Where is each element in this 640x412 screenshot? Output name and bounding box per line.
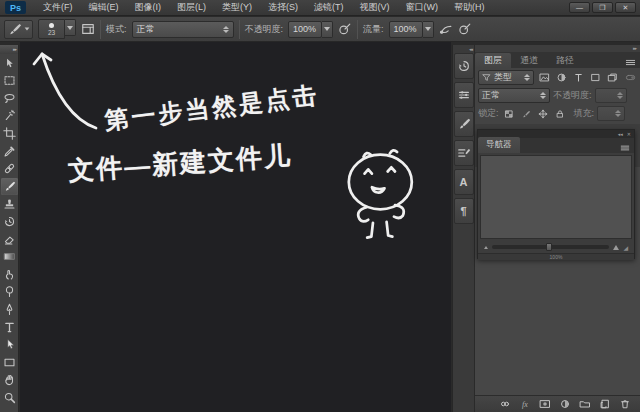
menu-window[interactable]: 窗口(W) — [398, 0, 447, 16]
tool-hand[interactable] — [1, 371, 18, 388]
airbrush-button[interactable] — [439, 23, 453, 36]
new-layer-button[interactable] — [598, 398, 612, 411]
filter-shape-layers-button[interactable] — [588, 71, 602, 84]
zoom-slider-thumb[interactable] — [546, 243, 552, 251]
select-arrows-icon — [613, 92, 623, 99]
tool-type[interactable] — [1, 319, 18, 336]
history-panel-button[interactable] — [454, 53, 474, 79]
opacity-dropdown[interactable] — [322, 21, 333, 38]
resize-grip-icon[interactable]: ◢ — [623, 244, 628, 251]
panel-collapse-handle[interactable]: ▸▸ — [475, 45, 640, 52]
flow-input[interactable]: 100% — [389, 21, 423, 38]
menu-layer[interactable]: 图层(L) — [169, 0, 214, 16]
tool-history-brush[interactable] — [1, 213, 18, 230]
tab-navigator[interactable]: 导航器 — [478, 137, 520, 153]
lock-image-pixels-button[interactable] — [519, 107, 533, 120]
tool-healing-brush[interactable] — [1, 160, 18, 177]
minimize-button[interactable]: — — [569, 2, 590, 13]
magic-wand-tool-icon — [3, 109, 16, 122]
tool-zoom[interactable] — [1, 389, 18, 406]
filter-smart-objects-button[interactable] — [605, 71, 619, 84]
menu-edit[interactable]: 编辑(E) — [81, 0, 127, 16]
tool-move[interactable] — [1, 55, 18, 72]
menu-select[interactable]: 选择(S) — [260, 0, 306, 16]
link-layers-button[interactable] — [498, 398, 512, 411]
tool-rectangle-shape[interactable] — [1, 354, 18, 371]
tab-paths[interactable]: 路径 — [547, 53, 583, 68]
dock-expand-handle[interactable]: ◂◂ — [453, 45, 474, 53]
navigator-panel-menu-button[interactable] — [620, 143, 634, 153]
layer-filter-select[interactable]: 类型 — [478, 70, 534, 85]
lock-position-button[interactable] — [536, 107, 550, 120]
filter-adjustment-layers-button[interactable] — [554, 71, 568, 84]
tab-channels[interactable]: 通道 — [511, 53, 547, 68]
brush-preset-control[interactable]: 23 — [38, 19, 76, 39]
tool-dodge[interactable] — [1, 283, 18, 300]
navigator-preview[interactable] — [480, 155, 632, 239]
select-arrows-icon — [219, 26, 229, 33]
zoom-in-icon[interactable] — [613, 245, 619, 250]
flow-dropdown[interactable] — [423, 21, 434, 38]
document-canvas[interactable]: 第一步当然是点击 文件—新建文件儿 — [20, 42, 451, 412]
tool-rectangular-marquee[interactable] — [1, 72, 18, 89]
tool-magic-wand[interactable] — [1, 107, 18, 124]
toolbar-collapse-handle[interactable]: ▸▸ — [0, 45, 18, 54]
brush-icon — [521, 109, 531, 119]
menu-file[interactable]: 文件(F) — [35, 0, 81, 16]
layer-style-button[interactable]: fx — [518, 398, 532, 411]
menu-view[interactable]: 视图(V) — [352, 0, 398, 16]
brush-presets-panel-button[interactable] — [454, 140, 474, 166]
paragraph-panel-button[interactable]: ¶ — [454, 198, 474, 224]
filter-toggle-switch[interactable] — [623, 71, 637, 84]
layer-opacity-input[interactable] — [595, 88, 627, 103]
pressure-opacity-button[interactable] — [338, 23, 352, 36]
character-panel-button[interactable]: A — [454, 169, 474, 195]
new-adjustment-layer-button[interactable] — [558, 398, 572, 411]
divider — [357, 20, 358, 39]
opacity-input[interactable]: 100% — [288, 21, 322, 38]
tool-crop[interactable] — [1, 125, 18, 142]
new-group-button[interactable] — [578, 398, 592, 411]
tool-pen[interactable] — [1, 301, 18, 318]
layer-fill-input[interactable] — [597, 106, 625, 121]
blend-mode-select[interactable]: 正常 — [132, 21, 234, 38]
navigator-zoom-slider[interactable] — [492, 245, 609, 249]
opacity-control[interactable]: 100% — [288, 21, 333, 38]
tool-preset-picker[interactable] — [4, 20, 33, 39]
brush-panel-button[interactable] — [454, 111, 474, 137]
menu-help[interactable]: 帮助(H) — [446, 0, 493, 16]
properties-panel-button[interactable] — [454, 82, 474, 108]
navigator-close-icon[interactable]: ✕ — [627, 131, 631, 137]
menu-image[interactable]: 图像(I) — [127, 0, 170, 16]
lock-all-button[interactable] — [553, 107, 567, 120]
layers-panel-menu-button[interactable] — [625, 57, 640, 68]
layer-blend-mode-select[interactable]: 正常 — [478, 88, 550, 103]
close-button[interactable]: ✕ — [615, 2, 636, 13]
navigator-collapse-handle[interactable]: ◂◂ — [618, 131, 623, 137]
pen-pressure-icon — [338, 22, 352, 36]
filter-pixel-layers-button[interactable] — [537, 71, 551, 84]
pressure-size-button[interactable] — [458, 23, 472, 36]
tab-layers[interactable]: 图层 — [475, 53, 511, 68]
menu-type[interactable]: 类型(Y) — [214, 0, 260, 16]
tool-gradient[interactable] — [1, 248, 18, 265]
flow-control[interactable]: 100% — [389, 21, 434, 38]
tool-brush[interactable] — [1, 178, 18, 195]
tool-smudge[interactable] — [1, 266, 18, 283]
delete-layer-button[interactable] — [618, 398, 632, 411]
brush-preset-dropdown[interactable] — [65, 19, 76, 36]
lock-transparent-pixels-button[interactable] — [502, 107, 516, 120]
tool-clone-stamp[interactable] — [1, 195, 18, 212]
tool-eraser[interactable] — [1, 231, 18, 248]
add-layer-mask-button[interactable] — [538, 398, 552, 411]
trash-icon — [619, 398, 631, 410]
tool-path-selection[interactable] — [1, 336, 18, 353]
maximize-button[interactable]: ❐ — [592, 2, 613, 13]
new-layer-icon — [599, 398, 611, 410]
tool-eyedropper[interactable] — [1, 143, 18, 160]
menu-filter[interactable]: 滤镜(T) — [306, 0, 352, 16]
zoom-out-icon[interactable] — [484, 246, 488, 249]
toggle-brush-panel-button[interactable] — [81, 23, 95, 36]
filter-type-layers-button[interactable] — [571, 71, 585, 84]
tool-lasso[interactable] — [1, 90, 18, 107]
